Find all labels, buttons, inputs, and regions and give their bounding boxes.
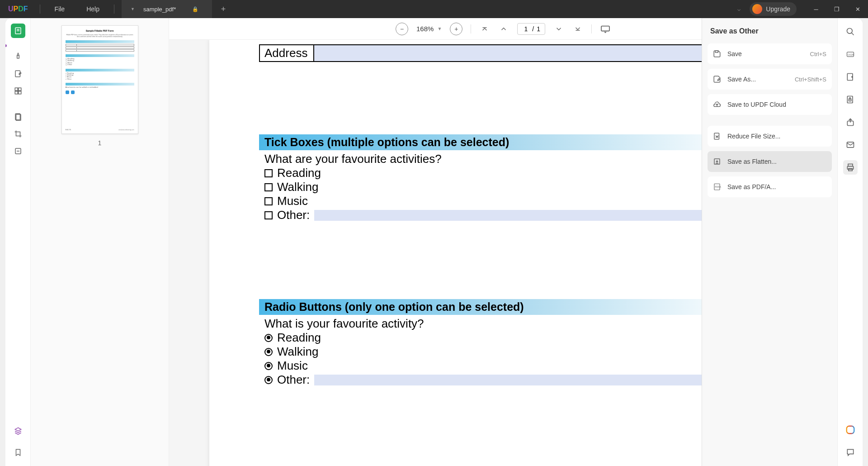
last-page-button[interactable]: [572, 23, 583, 35]
pdfa-label: Save as PDF/A...: [727, 183, 826, 190]
checkbox-reading[interactable]: [264, 169, 273, 177]
slideshow-button[interactable]: [600, 23, 611, 35]
zoom-value: 168%: [416, 25, 434, 33]
protect-button[interactable]: [843, 92, 858, 107]
radio-reading[interactable]: [264, 334, 273, 342]
document-tab[interactable]: ▼ sample_pdf* 🔒: [122, 0, 212, 18]
page-thumbnail[interactable]: Sample Fillable PDF Form Fillable PDF fo…: [61, 25, 138, 134]
save-as-other-panel: Save as Other Save Ctrl+S Save As... Ctr…: [702, 18, 837, 466]
checkbox-other[interactable]: [264, 211, 273, 219]
upgrade-button[interactable]: Upgrade: [750, 2, 797, 16]
avatar-icon: [752, 4, 762, 14]
ocr-button[interactable]: OCR: [843, 47, 858, 62]
option-other: Other:: [259, 208, 747, 222]
page-input[interactable]: [522, 25, 529, 33]
share-button[interactable]: [843, 115, 858, 129]
page-slash: /: [532, 25, 534, 33]
svg-rect-6: [15, 91, 18, 94]
save-panel-title: Save as Other: [708, 23, 832, 43]
cloud-upload-icon: [713, 100, 721, 109]
reader-tool[interactable]: [11, 24, 25, 38]
next-page-button[interactable]: [553, 23, 564, 35]
radio-other-text-input[interactable]: [314, 375, 742, 385]
convert-button[interactable]: [843, 70, 858, 84]
svg-point-17: [847, 29, 852, 34]
radio-question: What is your favourite activity?: [259, 315, 747, 331]
save-as-button[interactable]: Save As... Ctrl+Shift+S: [708, 69, 832, 90]
new-tab-button[interactable]: +: [217, 2, 230, 16]
form-tool[interactable]: [11, 109, 25, 124]
menu-help[interactable]: Help: [75, 0, 110, 18]
option-label: Reading: [277, 166, 321, 180]
reduce-icon: [713, 132, 721, 140]
option-walking: Walking: [259, 180, 747, 194]
save-shortcut: Ctrl+S: [810, 51, 826, 57]
bookmark-tool[interactable]: [11, 445, 25, 460]
zoom-out-button[interactable]: −: [396, 23, 408, 35]
svg-rect-7: [18, 91, 21, 94]
option-label: Reading: [277, 331, 321, 345]
option-label: Music: [277, 194, 308, 208]
option-label: Walking: [277, 345, 319, 359]
option-label: Other:: [277, 373, 310, 387]
redact-tool[interactable]: [11, 144, 25, 158]
svg-rect-23: [849, 99, 851, 101]
radio-other[interactable]: [264, 376, 273, 384]
reduce-label: Reduce File Size...: [727, 133, 826, 140]
option-reading: Reading: [259, 166, 747, 180]
page-indicator[interactable]: / 1: [517, 23, 545, 35]
tickbox-section-header: Tick Boxes (multiple options can be sele…: [259, 134, 747, 150]
left-toolbar: [5, 18, 31, 466]
radio-section-header: Radio Buttons (only one option can be se…: [259, 299, 747, 315]
save-as-label: Save As...: [727, 76, 795, 83]
address-input[interactable]: [314, 45, 746, 61]
thumbnail-panel: Sample Fillable PDF Form Fillable PDF fo…: [31, 18, 169, 466]
print-button[interactable]: [843, 160, 858, 175]
highlight-tool[interactable]: [11, 49, 25, 64]
edit-tool[interactable]: [11, 67, 25, 81]
maximize-button[interactable]: ❐: [826, 0, 847, 18]
save-icon: [713, 50, 721, 58]
chevron-down-icon[interactable]: ⌵: [737, 6, 741, 12]
menu-file[interactable]: File: [44, 0, 76, 18]
zoom-select[interactable]: 168% ▼: [416, 25, 442, 33]
radio-walking[interactable]: [264, 348, 273, 356]
tickbox-question: What are your favourite activities?: [259, 150, 747, 166]
search-button[interactable]: [843, 24, 858, 39]
option-music: Music: [259, 194, 747, 208]
zoom-in-button[interactable]: +: [450, 23, 462, 35]
save-cloud-button[interactable]: Save to UPDF Cloud: [708, 94, 832, 115]
separator: [591, 24, 592, 33]
radio-option-reading: Reading: [259, 331, 747, 345]
svg-text:PDF/A: PDF/A: [715, 186, 721, 188]
save-flatten-button[interactable]: Save as Flatten...: [708, 151, 832, 172]
option-label: Music: [277, 359, 308, 373]
minimize-button[interactable]: ─: [806, 0, 826, 18]
tab-dropdown-icon[interactable]: ▼: [131, 7, 135, 11]
other-text-input[interactable]: [314, 210, 742, 221]
reduce-size-button[interactable]: Reduce File Size...: [708, 126, 832, 147]
svg-rect-4: [15, 88, 18, 90]
comment-button[interactable]: [843, 445, 858, 460]
pages-tool[interactable]: [11, 84, 25, 98]
ai-button[interactable]: [843, 423, 858, 437]
save-pdfa-button[interactable]: PDF/A Save as PDF/A...: [708, 176, 832, 197]
radio-music[interactable]: [264, 362, 273, 370]
address-label: Address: [260, 45, 314, 61]
svg-rect-29: [846, 426, 854, 434]
thumbnail-page-number: 1: [38, 139, 161, 147]
crop-tool[interactable]: [11, 127, 25, 141]
prev-page-button[interactable]: [498, 23, 509, 35]
checkbox-music[interactable]: [264, 197, 273, 205]
checkbox-walking[interactable]: [264, 183, 273, 191]
layers-tool[interactable]: [11, 423, 25, 438]
email-button[interactable]: [843, 138, 858, 152]
svg-text:OCR: OCR: [848, 53, 854, 56]
first-page-button[interactable]: [479, 23, 490, 35]
save-as-shortcut: Ctrl+Shift+S: [795, 76, 826, 83]
save-label: Save: [727, 50, 810, 57]
address-field-row: Address: [259, 44, 747, 62]
save-button[interactable]: Save Ctrl+S: [708, 43, 832, 64]
close-button[interactable]: ✕: [847, 0, 868, 18]
tab-title: sample_pdf*: [143, 6, 176, 13]
